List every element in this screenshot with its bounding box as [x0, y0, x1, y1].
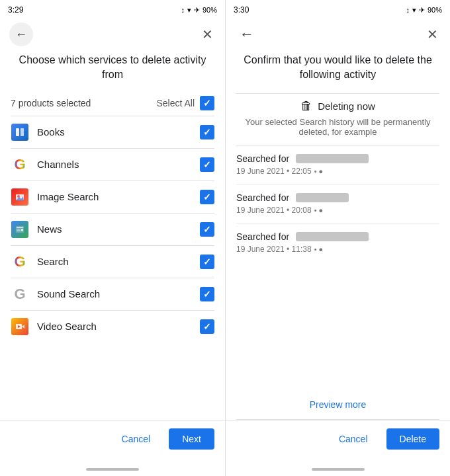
news-icon — [11, 220, 29, 239]
svg-rect-7 — [17, 229, 21, 229]
service-item-search: G Search — [0, 246, 225, 278]
confirm-title: Confirm that you would like to delete th… — [226, 50, 450, 93]
channels-icon: G — [11, 155, 29, 174]
service-name-news: News — [37, 223, 192, 235]
back-button-left[interactable]: ← — [9, 22, 33, 46]
back-button-right[interactable]: ← — [235, 22, 259, 46]
signal-icon: ↕︎ — [181, 6, 185, 14]
signal-icon-right: ↕︎ — [406, 6, 410, 14]
image-search-icon — [11, 188, 29, 206]
wifi-icon-right: ▾ — [412, 6, 416, 15]
sound-search-icon: G — [11, 285, 29, 303]
next-button[interactable]: Next — [169, 428, 214, 450]
history-date-1: 19 June 2021 • 22:05 — [236, 167, 312, 176]
svg-rect-9 — [21, 229, 23, 231]
products-count: 7 products selected — [11, 98, 91, 108]
status-bar-left: 3:29 ↕︎ ▾ ✈ 90% — [0, 0, 225, 19]
panel-title-left: Choose which services to delete activity… — [0, 50, 225, 93]
select-all-label: Select All — [156, 98, 195, 108]
blurred-query-1 — [296, 154, 369, 163]
blurred-query-3 — [296, 232, 369, 241]
service-name-books: Books — [37, 126, 192, 138]
svg-rect-0 — [16, 128, 19, 136]
history-item-3: Searched for 19 June 2021 • 11:38 • ● — [236, 223, 439, 262]
airplane-icon: ✈ — [194, 6, 200, 15]
service-item-books: Books — [0, 116, 225, 148]
searched-prefix-1: Searched for — [236, 153, 289, 164]
search-google-icon: G — [11, 253, 29, 271]
select-all-checkbox[interactable] — [200, 96, 214, 110]
cancel-button-right[interactable]: Cancel — [328, 428, 379, 450]
service-name-channels: Channels — [37, 159, 192, 170]
home-bar-left — [86, 468, 139, 471]
searched-prefix-2: Searched for — [236, 192, 289, 203]
svg-rect-6 — [17, 227, 23, 228]
service-item-news: News — [0, 214, 225, 245]
preview-more[interactable]: Preview more — [226, 390, 450, 419]
history-meta-3: 19 June 2021 • 11:38 • ● — [236, 245, 439, 254]
top-bar-right: ← ✕ — [226, 19, 450, 50]
battery-left: 90% — [202, 6, 217, 14]
history-meta-1: 19 June 2021 • 22:05 • ● — [236, 167, 439, 176]
status-icons-right: ↕︎ ▾ ✈ 90% — [406, 6, 442, 15]
checkbox-news[interactable] — [200, 222, 214, 237]
home-indicator-right — [226, 463, 450, 476]
service-list: Books G Channels — [0, 116, 225, 420]
service-name-sound-search: Sound Search — [37, 288, 192, 299]
time-left: 3:29 — [8, 5, 23, 15]
products-row: 7 products selected Select All — [0, 93, 225, 116]
checkbox-channels[interactable] — [200, 157, 214, 172]
svg-rect-8 — [17, 230, 21, 231]
checkbox-image-search[interactable] — [200, 190, 214, 204]
svg-rect-1 — [21, 128, 24, 136]
video-search-icon — [11, 317, 29, 336]
checkbox-video-search[interactable] — [200, 319, 214, 334]
close-button-right[interactable]: ✕ — [424, 24, 441, 45]
top-bar-left: ← ✕ — [0, 19, 225, 50]
bottom-bar-left: Cancel Next — [0, 420, 225, 463]
bottom-bar-right: Cancel Delete — [226, 420, 450, 463]
deleting-row: 🗑 Deleting now — [300, 99, 375, 113]
delete-button[interactable]: Delete — [386, 428, 439, 450]
trash-icon: 🗑 — [300, 99, 312, 113]
cancel-button-left[interactable]: Cancel — [111, 428, 161, 450]
home-indicator-left — [0, 463, 225, 476]
status-icons-left: ↕︎ ▾ ✈ 90% — [181, 6, 217, 15]
svg-marker-11 — [22, 325, 24, 329]
books-icon — [11, 123, 29, 141]
panel-left: 3:29 ↕︎ ▾ ✈ 90% ← ✕ Choose which service… — [0, 0, 225, 476]
svg-point-3 — [17, 195, 20, 198]
status-bar-right: 3:30 ↕︎ ▾ ✈ 90% — [226, 0, 450, 19]
searched-row-1: Searched for — [236, 153, 439, 164]
service-item-channels: G Channels — [0, 149, 225, 180]
checkbox-sound-search[interactable] — [200, 287, 214, 301]
service-item-sound-search: G Sound Search — [0, 278, 225, 310]
deleting-now-label: Deleting now — [318, 100, 375, 112]
service-item-video-search: Video Search — [0, 311, 225, 342]
panel-right: 3:30 ↕︎ ▾ ✈ 90% ← ✕ Confirm that you wou… — [225, 0, 450, 476]
history-date-2: 19 June 2021 • 20:08 — [236, 206, 312, 215]
deleting-section: 🗑 Deleting now Your selected Search hist… — [226, 94, 450, 145]
battery-right: 90% — [428, 6, 442, 14]
checkbox-search[interactable] — [200, 255, 214, 269]
history-date-3: 19 June 2021 • 11:38 — [236, 245, 312, 254]
close-button-left[interactable]: ✕ — [199, 24, 216, 45]
home-bar-right — [312, 468, 365, 471]
location-icon-3: • ● — [314, 245, 324, 253]
searched-row-2: Searched for — [236, 192, 439, 203]
service-name-image-search: Image Search — [37, 191, 192, 202]
service-item-image-search: Image Search — [0, 181, 225, 213]
location-icon-1: • ● — [314, 167, 324, 175]
location-icon-2: • ● — [314, 206, 324, 214]
history-item-1: Searched for 19 June 2021 • 22:05 • ● — [236, 145, 439, 184]
history-list: Searched for 19 June 2021 • 22:05 • ● Se… — [226, 145, 450, 390]
time-right: 3:30 — [234, 5, 249, 15]
select-all-row: Select All — [156, 96, 214, 110]
searched-row-3: Searched for — [236, 231, 439, 242]
airplane-icon-right: ✈ — [419, 6, 425, 15]
checkbox-books[interactable] — [200, 125, 214, 139]
searched-prefix-3: Searched for — [236, 231, 289, 242]
wifi-icon: ▾ — [187, 6, 191, 15]
history-item-2: Searched for 19 June 2021 • 20:08 • ● — [236, 184, 439, 223]
service-name-video-search: Video Search — [37, 321, 192, 332]
